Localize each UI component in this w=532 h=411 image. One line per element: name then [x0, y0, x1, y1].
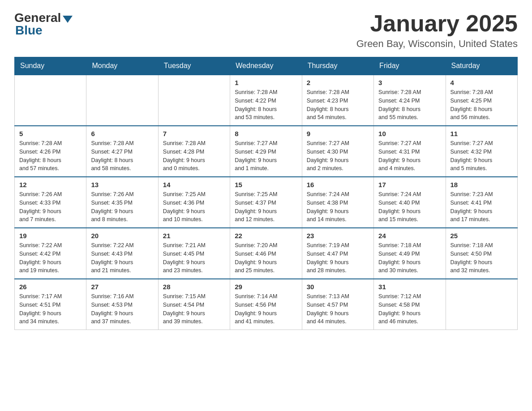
day-info: Sunrise: 7:28 AM Sunset: 4:22 PM Dayligh… [235, 88, 297, 122]
calendar-week-row: 5Sunrise: 7:28 AM Sunset: 4:26 PM Daylig… [15, 126, 518, 177]
page-header: General Blue January 2025 Green Bay, Wis… [14, 11, 518, 50]
calendar-cell: 11Sunrise: 7:27 AM Sunset: 4:32 PM Dayli… [446, 126, 517, 177]
logo-blue-text: Blue [15, 23, 43, 38]
day-number: 27 [91, 283, 153, 291]
day-info: Sunrise: 7:22 AM Sunset: 4:42 PM Dayligh… [19, 241, 82, 275]
day-info: Sunrise: 7:27 AM Sunset: 4:32 PM Dayligh… [450, 139, 513, 173]
calendar-week-row: 19Sunrise: 7:22 AM Sunset: 4:42 PM Dayli… [15, 228, 518, 279]
day-info: Sunrise: 7:17 AM Sunset: 4:51 PM Dayligh… [19, 292, 82, 326]
calendar-cell [158, 75, 230, 126]
calendar-cell: 23Sunrise: 7:19 AM Sunset: 4:47 PM Dayli… [302, 228, 373, 279]
day-info: Sunrise: 7:24 AM Sunset: 4:38 PM Dayligh… [307, 190, 369, 224]
calendar-cell: 27Sunrise: 7:16 AM Sunset: 4:53 PM Dayli… [86, 279, 158, 330]
calendar-cell: 13Sunrise: 7:26 AM Sunset: 4:35 PM Dayli… [86, 177, 158, 228]
calendar-cell: 4Sunrise: 7:28 AM Sunset: 4:25 PM Daylig… [446, 75, 517, 126]
calendar-cell: 26Sunrise: 7:17 AM Sunset: 4:51 PM Dayli… [15, 279, 86, 330]
day-number: 30 [307, 283, 369, 291]
calendar-cell: 15Sunrise: 7:25 AM Sunset: 4:37 PM Dayli… [230, 177, 302, 228]
calendar-cell: 6Sunrise: 7:28 AM Sunset: 4:27 PM Daylig… [86, 126, 158, 177]
calendar-cell: 19Sunrise: 7:22 AM Sunset: 4:42 PM Dayli… [15, 228, 86, 279]
day-number: 15 [235, 181, 297, 188]
day-of-week-header: Saturday [446, 57, 517, 75]
day-info: Sunrise: 7:27 AM Sunset: 4:30 PM Dayligh… [307, 139, 369, 173]
day-number: 22 [235, 232, 297, 240]
title-section: January 2025 Green Bay, Wisconsin, Unite… [356, 11, 518, 50]
day-info: Sunrise: 7:28 AM Sunset: 4:24 PM Dayligh… [378, 88, 441, 122]
day-number: 2 [307, 79, 369, 86]
day-info: Sunrise: 7:16 AM Sunset: 4:53 PM Dayligh… [91, 292, 153, 326]
day-info: Sunrise: 7:28 AM Sunset: 4:26 PM Dayligh… [19, 139, 82, 173]
calendar-cell [15, 75, 86, 126]
day-number: 20 [91, 232, 153, 240]
day-number: 4 [450, 79, 513, 86]
calendar-week-row: 12Sunrise: 7:26 AM Sunset: 4:33 PM Dayli… [15, 177, 518, 228]
day-number: 17 [378, 181, 441, 188]
day-info: Sunrise: 7:28 AM Sunset: 4:28 PM Dayligh… [163, 139, 225, 173]
day-info: Sunrise: 7:12 AM Sunset: 4:58 PM Dayligh… [378, 292, 441, 326]
calendar-cell: 28Sunrise: 7:15 AM Sunset: 4:54 PM Dayli… [158, 279, 230, 330]
day-number: 9 [307, 130, 369, 137]
day-number: 6 [91, 130, 153, 137]
day-number: 16 [307, 181, 369, 188]
calendar-cell: 9Sunrise: 7:27 AM Sunset: 4:30 PM Daylig… [302, 126, 373, 177]
calendar-cell [86, 75, 158, 126]
calendar-title: January 2025 [356, 11, 518, 36]
day-of-week-header: Tuesday [158, 57, 230, 75]
day-of-week-header: Sunday [15, 57, 86, 75]
day-number: 10 [378, 130, 441, 137]
day-of-week-header: Wednesday [230, 57, 302, 75]
calendar-cell: 2Sunrise: 7:28 AM Sunset: 4:23 PM Daylig… [302, 75, 373, 126]
day-info: Sunrise: 7:28 AM Sunset: 4:27 PM Dayligh… [91, 139, 153, 173]
day-info: Sunrise: 7:21 AM Sunset: 4:45 PM Dayligh… [163, 241, 225, 275]
calendar-cell: 5Sunrise: 7:28 AM Sunset: 4:26 PM Daylig… [15, 126, 86, 177]
calendar-week-row: 1Sunrise: 7:28 AM Sunset: 4:22 PM Daylig… [15, 75, 518, 126]
day-number: 25 [450, 232, 513, 240]
calendar-cell: 18Sunrise: 7:23 AM Sunset: 4:41 PM Dayli… [446, 177, 517, 228]
calendar-table: SundayMondayTuesdayWednesdayThursdayFrid… [14, 57, 518, 330]
day-info: Sunrise: 7:23 AM Sunset: 4:41 PM Dayligh… [450, 190, 513, 224]
day-info: Sunrise: 7:27 AM Sunset: 4:31 PM Dayligh… [378, 139, 441, 173]
day-number: 11 [450, 130, 513, 137]
calendar-cell: 17Sunrise: 7:24 AM Sunset: 4:40 PM Dayli… [374, 177, 446, 228]
calendar-cell: 21Sunrise: 7:21 AM Sunset: 4:45 PM Dayli… [158, 228, 230, 279]
calendar-cell: 1Sunrise: 7:28 AM Sunset: 4:22 PM Daylig… [230, 75, 302, 126]
day-info: Sunrise: 7:18 AM Sunset: 4:50 PM Dayligh… [450, 241, 513, 275]
day-info: Sunrise: 7:28 AM Sunset: 4:25 PM Dayligh… [450, 88, 513, 122]
day-of-week-header: Friday [374, 57, 446, 75]
calendar-cell: 22Sunrise: 7:20 AM Sunset: 4:46 PM Dayli… [230, 228, 302, 279]
calendar-cell: 3Sunrise: 7:28 AM Sunset: 4:24 PM Daylig… [374, 75, 446, 126]
day-number: 19 [19, 232, 82, 240]
day-info: Sunrise: 7:13 AM Sunset: 4:57 PM Dayligh… [307, 292, 369, 326]
day-number: 12 [19, 181, 82, 188]
calendar-week-row: 26Sunrise: 7:17 AM Sunset: 4:51 PM Dayli… [15, 279, 518, 330]
calendar-cell: 30Sunrise: 7:13 AM Sunset: 4:57 PM Dayli… [302, 279, 373, 330]
calendar-cell: 14Sunrise: 7:25 AM Sunset: 4:36 PM Dayli… [158, 177, 230, 228]
calendar-cell: 12Sunrise: 7:26 AM Sunset: 4:33 PM Dayli… [15, 177, 86, 228]
day-number: 23 [307, 232, 369, 240]
day-number: 14 [163, 181, 225, 188]
calendar-cell: 31Sunrise: 7:12 AM Sunset: 4:58 PM Dayli… [374, 279, 446, 330]
day-info: Sunrise: 7:15 AM Sunset: 4:54 PM Dayligh… [163, 292, 225, 326]
day-info: Sunrise: 7:18 AM Sunset: 4:49 PM Dayligh… [378, 241, 441, 275]
calendar-cell: 8Sunrise: 7:27 AM Sunset: 4:29 PM Daylig… [230, 126, 302, 177]
day-number: 18 [450, 181, 513, 188]
day-info: Sunrise: 7:28 AM Sunset: 4:23 PM Dayligh… [307, 88, 369, 122]
day-info: Sunrise: 7:27 AM Sunset: 4:29 PM Dayligh… [235, 139, 297, 173]
day-info: Sunrise: 7:24 AM Sunset: 4:40 PM Dayligh… [378, 190, 441, 224]
day-number: 21 [163, 232, 225, 240]
day-info: Sunrise: 7:20 AM Sunset: 4:46 PM Dayligh… [235, 241, 297, 275]
day-number: 8 [235, 130, 297, 137]
calendar-cell: 29Sunrise: 7:14 AM Sunset: 4:56 PM Dayli… [230, 279, 302, 330]
day-number: 5 [19, 130, 82, 137]
day-number: 7 [163, 130, 225, 137]
day-number: 31 [378, 283, 441, 291]
calendar-cell: 10Sunrise: 7:27 AM Sunset: 4:31 PM Dayli… [374, 126, 446, 177]
day-number: 26 [19, 283, 82, 291]
day-number: 24 [378, 232, 441, 240]
calendar-cell: 20Sunrise: 7:22 AM Sunset: 4:43 PM Dayli… [86, 228, 158, 279]
day-info: Sunrise: 7:26 AM Sunset: 4:35 PM Dayligh… [91, 190, 153, 224]
calendar-cell: 7Sunrise: 7:28 AM Sunset: 4:28 PM Daylig… [158, 126, 230, 177]
day-number: 1 [235, 79, 297, 86]
day-of-week-header: Thursday [302, 57, 373, 75]
calendar-header-row: SundayMondayTuesdayWednesdayThursdayFrid… [15, 57, 518, 75]
